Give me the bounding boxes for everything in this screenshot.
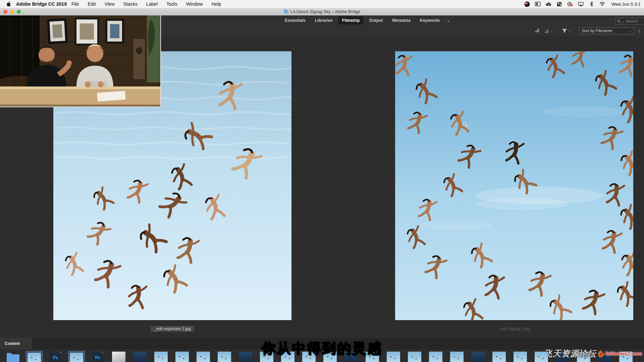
filter-dropdown[interactable]: ⌄ bbox=[562, 28, 571, 33]
menu-item-tools[interactable]: Tools bbox=[166, 1, 177, 7]
cloud-sync-icon[interactable] bbox=[546, 1, 551, 7]
tab-metadata[interactable]: Metadata bbox=[388, 16, 414, 24]
chevron-down-icon: ⌄ bbox=[550, 29, 553, 33]
chevron-down-icon: ⌄ bbox=[568, 29, 571, 33]
menu-item-view[interactable]: View bbox=[105, 1, 115, 7]
grid-tiles-icon[interactable] bbox=[556, 1, 562, 7]
macos-menu-bar: Adobe Bridge CC 2019 FileEditViewStacksL… bbox=[0, 0, 644, 8]
close-window-button[interactable] bbox=[3, 10, 7, 14]
search-placeholder: Search bbox=[626, 19, 638, 23]
watermark-flame-icon bbox=[597, 350, 605, 358]
tab-output[interactable]: Output bbox=[365, 16, 386, 24]
filter-by-rating-icon[interactable] bbox=[535, 28, 540, 34]
zoom-window-button[interactable] bbox=[17, 10, 21, 14]
folder-icon bbox=[284, 10, 288, 13]
screen: Adobe Bridge CC 2019 FileEditViewStacksL… bbox=[0, 0, 644, 362]
menu-item-file[interactable]: File bbox=[71, 1, 79, 7]
watermark-url: feitianwu7.com bbox=[606, 351, 642, 356]
window-title-bar: LA Dance Zigzag Sky – Adobe Bridge bbox=[0, 8, 644, 16]
workspace-chevron-icon[interactable]: ⌄ bbox=[447, 18, 450, 23]
bluetooth-icon[interactable] bbox=[589, 1, 594, 7]
site-watermark: 飞天资源论坛 feitianwu7.com bbox=[544, 348, 642, 359]
apple-menu-icon[interactable] bbox=[6, 1, 11, 7]
wall-frames bbox=[47, 17, 124, 46]
window-title: LA Dance Zigzag Sky – Adobe Bridge bbox=[290, 9, 360, 14]
menu-items: FileEditViewStacksLabelToolsWindowHelp bbox=[71, 1, 221, 7]
sort-label: Sort by Filename bbox=[582, 28, 612, 33]
tab-libraries[interactable]: Libraries bbox=[311, 16, 336, 24]
obs-status-icon[interactable] bbox=[524, 1, 530, 7]
filename-right[interactable]: _edit zigzag 1.jpg bbox=[395, 326, 633, 331]
watermark-site-name: 飞天资源论坛 bbox=[544, 348, 596, 359]
presenter-video-overlay bbox=[0, 15, 161, 107]
tab-essentials[interactable]: Essentials bbox=[281, 16, 309, 24]
search-input[interactable]: ⌄ Search bbox=[615, 18, 644, 24]
tab-filmstrip[interactable]: Filmstrip bbox=[338, 16, 364, 24]
menu-item-label[interactable]: Label bbox=[146, 1, 158, 7]
menu-item-stacks[interactable]: Stacks bbox=[123, 1, 138, 7]
airplay-display-icon[interactable] bbox=[578, 1, 584, 7]
sort-select[interactable]: Sort by Filename ⌄ bbox=[579, 27, 634, 34]
minimize-window-button[interactable] bbox=[10, 10, 14, 14]
search-scope-chevron-icon: ⌄ bbox=[622, 19, 625, 23]
zoom-cursor-icon bbox=[463, 122, 468, 129]
search-icon bbox=[617, 19, 621, 23]
menu-item-edit[interactable]: Edit bbox=[88, 1, 96, 7]
workspace-tabs: EssentialsLibrariesFilmstripOutputMetada… bbox=[281, 16, 450, 25]
menu-item-window[interactable]: Window bbox=[186, 1, 203, 7]
filename-left[interactable]: _edit explosion 2.jpg bbox=[53, 326, 291, 331]
filter-funnel-icon bbox=[562, 28, 567, 33]
rating-dropdown[interactable]: ⌄ bbox=[544, 28, 553, 33]
screen-record-icon[interactable] bbox=[567, 1, 573, 7]
window-manager-icon[interactable] bbox=[535, 1, 541, 7]
sort-ascending-button[interactable]: ↑ bbox=[638, 28, 641, 34]
menu-bar-clock[interactable]: Wed Jun 5 3:1 bbox=[611, 2, 641, 7]
menu-item-help[interactable]: Help bbox=[211, 1, 221, 7]
active-app-name[interactable]: Adobe Bridge CC 2019 bbox=[16, 1, 67, 7]
wifi-icon[interactable] bbox=[599, 1, 605, 7]
chevron-down-icon: ⌄ bbox=[629, 29, 631, 33]
tab-keywords[interactable]: Keywords bbox=[416, 16, 444, 24]
preview-image-zigzag[interactable] bbox=[395, 51, 633, 320]
